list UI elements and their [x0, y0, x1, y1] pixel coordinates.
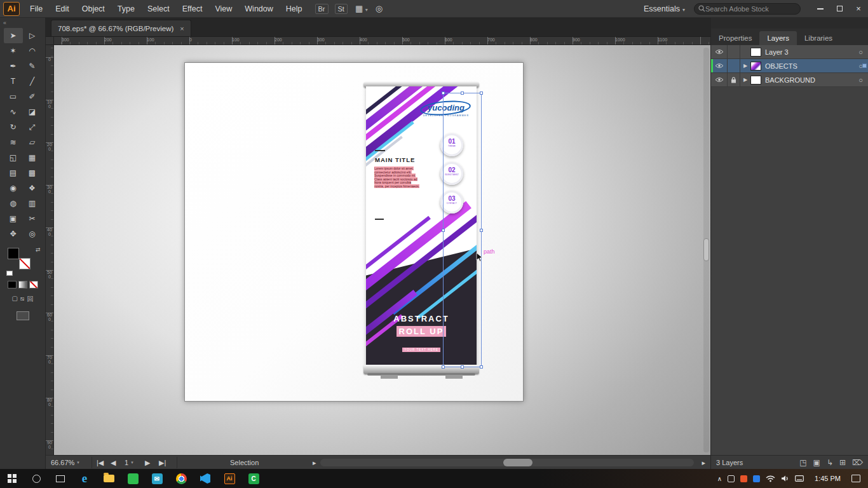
default-fill-stroke-icon[interactable] — [6, 271, 13, 276]
gradient-tool[interactable]: ▩ — [23, 165, 42, 180]
menu-window[interactable]: Window — [238, 0, 279, 18]
tray-expand-icon[interactable]: ∧ — [717, 475, 722, 482]
layer-thumbnail[interactable] — [750, 76, 761, 85]
mesh-tool[interactable]: ▤ — [4, 165, 23, 180]
clipping-mask-icon[interactable]: ▣ — [813, 458, 820, 467]
pencil-tool[interactable]: ∿ — [4, 104, 23, 119]
tray-app-icon[interactable] — [728, 475, 735, 482]
new-layer-icon[interactable]: ⊞ — [839, 458, 846, 467]
ruler-corner[interactable] — [46, 37, 54, 45]
last-artboard-button[interactable]: ▶| — [159, 456, 166, 470]
free-transform-tool[interactable]: ▱ — [23, 135, 42, 150]
menu-edit[interactable]: Edit — [49, 0, 76, 18]
lock-toggle[interactable] — [728, 45, 740, 58]
delete-layer-icon[interactable]: ⌦ — [852, 458, 863, 467]
start-button[interactable] — [0, 469, 24, 488]
layer-row-background[interactable]: ▶ BACKGROUND ○ — [711, 73, 868, 87]
lasso-tool[interactable]: ◠ — [23, 43, 42, 58]
selection-tool[interactable]: ➤ — [4, 28, 23, 43]
artboard-navigation-dropdown[interactable]: 1▾ — [125, 456, 133, 470]
layer-thumbnail[interactable] — [750, 62, 761, 71]
swap-fill-stroke-icon[interactable]: ⇄ — [36, 247, 41, 253]
previous-artboard-button[interactable]: ◀ — [111, 456, 116, 470]
task-view-button[interactable] — [48, 469, 72, 488]
close-button[interactable]: × — [849, 0, 868, 18]
layer-name[interactable]: OBJECTS — [765, 62, 797, 70]
draw-inside-icon[interactable]: 回 — [27, 295, 33, 304]
pen-tool[interactable]: ✒ — [4, 58, 23, 74]
new-sublayer-icon[interactable]: ↳ — [827, 458, 833, 467]
stock-button[interactable]: St — [335, 4, 348, 14]
draw-normal-icon[interactable]: ▢ — [12, 295, 18, 304]
menu-file[interactable]: File — [24, 0, 49, 18]
layer-thumbnail[interactable] — [750, 48, 761, 57]
paintbrush-tool[interactable]: ✐ — [23, 89, 42, 104]
taskbar-mail[interactable]: ✉ — [145, 469, 169, 488]
target-circle-icon[interactable]: ○ — [858, 76, 863, 84]
touch-workspace-icon[interactable]: ◎ — [376, 4, 383, 13]
screen-mode-button[interactable] — [17, 311, 29, 320]
horizontal-scrollbar[interactable] — [320, 459, 694, 466]
blend-tool[interactable]: ❖ — [23, 180, 42, 196]
gradient-mode-button[interactable] — [18, 281, 27, 288]
zoom-level-dropdown[interactable]: 66.67%▾ — [51, 456, 79, 470]
horizontal-scrollbar-thumb[interactable] — [503, 459, 532, 466]
symbol-sprayer-tool[interactable]: ◍ — [4, 196, 23, 211]
rectangle-tool[interactable]: ▭ — [4, 89, 23, 104]
tray-app-icon[interactable] — [740, 475, 747, 482]
first-artboard-button[interactable]: |◀ — [97, 456, 104, 470]
perspective-grid-tool[interactable]: ▦ — [23, 150, 42, 165]
zoom-tool[interactable]: ◎ — [23, 226, 42, 241]
taskbar-edge[interactable]: e — [72, 469, 97, 488]
none-mode-button[interactable] — [29, 281, 38, 288]
vertical-scrollbar-thumb[interactable] — [703, 238, 709, 261]
search-input[interactable] — [705, 5, 794, 13]
tray-app-icon[interactable] — [753, 475, 760, 482]
app-logo-icon[interactable]: Ai — [3, 2, 20, 16]
color-mode-button[interactable] — [8, 281, 17, 288]
locate-object-icon[interactable]: ◳ — [799, 458, 806, 467]
lock-toggle[interactable] — [728, 59, 740, 72]
wifi-icon[interactable] — [766, 475, 775, 482]
taskbar-illustrator[interactable]: Ai — [217, 469, 241, 488]
action-center-icon[interactable] — [851, 475, 860, 482]
selection-handle[interactable] — [480, 229, 483, 232]
eraser-tool[interactable]: ◪ — [23, 104, 42, 119]
layer-name[interactable]: Layer 3 — [765, 48, 789, 56]
next-artboard-button[interactable]: ▶ — [145, 456, 150, 470]
workspace-switcher[interactable]: Essentials▾ — [644, 4, 685, 13]
menu-object[interactable]: Object — [76, 0, 111, 18]
rotate-tool[interactable]: ↻ — [4, 119, 23, 135]
keyboard-icon[interactable] — [795, 475, 804, 482]
status-menu-arrow[interactable]: ▸ — [313, 456, 316, 470]
direct-selection-tool[interactable]: ▷ — [23, 28, 42, 43]
tab-layers[interactable]: Layers — [759, 31, 797, 45]
restore-button[interactable] — [830, 0, 849, 18]
tools-panel-collapse-icon[interactable]: « — [0, 18, 45, 28]
visibility-toggle[interactable] — [711, 45, 728, 58]
selection-handle[interactable] — [480, 365, 483, 369]
column-graph-tool[interactable]: ▥ — [23, 196, 42, 211]
menu-type[interactable]: Type — [111, 0, 141, 18]
menu-view[interactable]: View — [208, 0, 238, 18]
visibility-toggle[interactable] — [711, 73, 728, 86]
tab-close-icon[interactable]: × — [180, 25, 184, 32]
selection-handle[interactable] — [442, 365, 445, 369]
visibility-toggle[interactable] — [711, 59, 728, 72]
draw-behind-icon[interactable]: ⧅ — [20, 295, 24, 304]
stroke-swatch[interactable] — [19, 258, 31, 269]
shape-builder-tool[interactable]: ◱ — [4, 150, 23, 165]
magic-wand-tool[interactable]: ✶ — [4, 43, 23, 58]
document-tab[interactable]: 708.eps* @ 66.67% (RGB/Preview) × — [51, 20, 191, 36]
fill-swatch[interactable] — [8, 248, 19, 259]
line-segment-tool[interactable]: ╱ — [23, 74, 42, 89]
bridge-button[interactable]: Br — [315, 4, 329, 14]
minimize-button[interactable] — [811, 0, 830, 18]
hand-tool[interactable]: ✥ — [4, 226, 23, 241]
vertical-ruler[interactable]: 0 100 200 300 400 500 600 700 800 900 — [46, 45, 54, 455]
selection-handle[interactable] — [461, 365, 464, 369]
taskbar-chrome[interactable] — [169, 469, 193, 488]
horizontal-ruler[interactable]: 300 200 100 0 100 200 300 400 500 600 70… — [54, 37, 710, 45]
scroll-right-arrow[interactable]: ▸ — [702, 456, 705, 470]
selection-handle[interactable] — [461, 92, 464, 95]
